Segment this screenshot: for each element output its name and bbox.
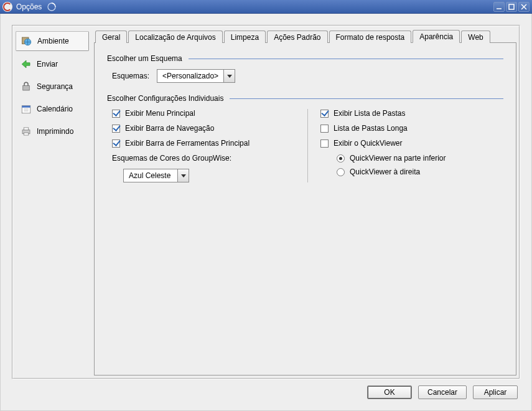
checkbox-icon xyxy=(320,139,329,148)
globe-box-icon xyxy=(21,35,32,47)
chevron-down-icon xyxy=(177,169,189,182)
cancel-button[interactable]: Cancelar xyxy=(418,385,467,399)
sidebar-item-imprimindo[interactable]: Imprimindo xyxy=(16,122,89,141)
close-button[interactable] xyxy=(518,2,530,12)
color-scheme-combo[interactable]: Azul Celeste xyxy=(123,169,189,182)
checkbox-lista-pastas-longa[interactable]: Lista de Pastas Longa xyxy=(320,124,503,133)
checkbox-exibir-lista-pastas[interactable]: Exibir Lista de Pastas xyxy=(320,109,503,118)
tab-label: Localização de Arquivos xyxy=(135,33,215,42)
button-label: Aplicar xyxy=(484,388,507,397)
color-scheme-label: Esquemas de Cores do GroupWise: xyxy=(112,154,295,163)
sidebar-item-seguranca[interactable]: Segurança xyxy=(16,77,89,96)
tab-label: Formato de resposta xyxy=(336,33,405,42)
maximize-button[interactable] xyxy=(506,2,517,12)
vertical-divider xyxy=(307,109,308,182)
checkbox-exibir-barra-navegacao[interactable]: Exibir Barra de Navegação xyxy=(112,124,295,133)
dialog-footer: OK Cancelar Aplicar xyxy=(12,379,520,399)
svg-rect-9 xyxy=(22,106,30,108)
radio-label: QuickViewer na parte inferior xyxy=(350,154,446,163)
tab-formato-resposta[interactable]: Formato de resposta xyxy=(329,31,412,43)
window-title: Opções xyxy=(16,2,42,11)
svg-rect-2 xyxy=(509,4,514,9)
sidebar-item-enviar[interactable]: Enviar xyxy=(16,55,89,73)
scheme-label: Esquemas: xyxy=(112,72,149,80)
checkbox-icon xyxy=(112,110,120,118)
checkbox-exibir-quickviewer[interactable]: Exibir o QuickViewer xyxy=(320,139,503,148)
checkbox-label: Exibir Barra de Navegação xyxy=(125,124,214,133)
apply-button[interactable]: Aplicar xyxy=(473,385,518,399)
tab-panel: Geral Localização de Arquivos Limpeza Aç… xyxy=(94,29,516,376)
sidebar-item-label: Segurança xyxy=(37,82,73,91)
sidebar-item-label: Imprimindo xyxy=(37,127,73,136)
sidebar-item-ambiente[interactable]: Ambiente xyxy=(16,31,89,51)
tab-label: Geral xyxy=(102,33,120,42)
checkbox-label: Lista de Pastas Longa xyxy=(334,124,408,133)
tab-geral[interactable]: Geral xyxy=(95,31,127,43)
svg-rect-13 xyxy=(24,128,29,130)
sidebar-item-label: Enviar xyxy=(37,60,58,68)
tab-label: Limpeza xyxy=(231,33,259,42)
radio-quickviewer-inferior[interactable]: QuickViewer na parte inferior xyxy=(337,154,503,163)
group-title: Escolher um Esquema xyxy=(107,54,182,63)
sidebar-item-label: Calendário xyxy=(37,105,73,113)
tab-label: Aparência xyxy=(419,32,453,41)
tab-label: Ações Padrão xyxy=(274,33,320,42)
window-body: Ambiente Enviar Segurança Calendário xyxy=(0,14,532,411)
group-escolher-esquema: Escolher um Esquema Esquemas: <Personali… xyxy=(107,54,503,83)
printer-icon xyxy=(21,126,32,137)
tab-localizacao-arquivos[interactable]: Localização de Arquivos xyxy=(128,31,222,43)
checkbox-label: Exibir o QuickViewer xyxy=(334,139,402,148)
minimize-button[interactable] xyxy=(493,2,505,12)
svg-rect-7 xyxy=(23,86,30,91)
group-title: Escolher Configurações Individuais xyxy=(107,94,223,103)
tab-label: Web xyxy=(468,33,483,42)
checkbox-icon xyxy=(112,139,120,148)
button-label: OK xyxy=(384,388,394,397)
checkbox-exibir-barra-ferramentas[interactable]: Exibir Barra de Ferramentas Principal xyxy=(112,139,295,148)
tab-acoes-padrao[interactable]: Ações Padrão xyxy=(267,31,327,43)
sidebar-item-calendario[interactable]: Calendário xyxy=(16,100,89,118)
radio-label: QuickViewer à direita xyxy=(350,168,420,176)
main-frame: Ambiente Enviar Segurança Calendário xyxy=(12,25,520,379)
tab-web[interactable]: Web xyxy=(461,31,490,43)
titlebar: Opções xyxy=(0,0,532,14)
tabbar: Geral Localização de Arquivos Limpeza Aç… xyxy=(95,29,516,42)
send-icon xyxy=(21,59,32,70)
sidebar-item-label: Ambiente xyxy=(37,37,69,45)
checkbox-icon xyxy=(112,125,120,133)
options-left-column: Exibir Menu Principal Exibir Barra de Na… xyxy=(112,109,295,182)
checkbox-icon xyxy=(320,110,329,118)
tab-limpeza[interactable]: Limpeza xyxy=(224,31,266,43)
sidebar: Ambiente Enviar Segurança Calendário xyxy=(16,29,89,376)
lock-icon xyxy=(21,81,32,92)
group-rule xyxy=(189,59,503,59)
svg-rect-14 xyxy=(24,133,29,135)
scheme-combo[interactable]: <Personalizado> xyxy=(157,69,235,83)
checkbox-exibir-menu-principal[interactable]: Exibir Menu Principal xyxy=(112,109,295,118)
button-label: Cancelar xyxy=(427,388,457,397)
checkbox-label: Exibir Barra de Ferramentas Principal xyxy=(125,139,250,148)
swirl-icon xyxy=(47,2,57,12)
radio-icon xyxy=(337,154,345,163)
scheme-combo-value: <Personalizado> xyxy=(157,70,223,82)
checkbox-label: Exibir Menu Principal xyxy=(125,109,195,118)
app-icon xyxy=(2,2,12,12)
tab-aparencia[interactable]: Aparência xyxy=(413,30,460,43)
radio-quickviewer-direita[interactable]: QuickViewer à direita xyxy=(337,168,503,176)
group-config-individuais: Escolher Configurações Individuais Exibi… xyxy=(107,94,503,182)
options-right-column: Exibir Lista de Pastas Lista de Pastas L… xyxy=(320,109,503,182)
calendar-icon xyxy=(21,103,32,115)
chevron-down-icon xyxy=(223,70,235,82)
checkbox-label: Exibir Lista de Pastas xyxy=(334,109,405,118)
group-rule xyxy=(230,98,503,99)
color-scheme-value: Azul Celeste xyxy=(124,169,177,182)
checkbox-icon xyxy=(320,125,329,133)
tab-content-aparencia: Escolher um Esquema Esquemas: <Personali… xyxy=(94,42,516,376)
ok-button[interactable]: OK xyxy=(367,385,412,399)
radio-icon xyxy=(337,168,345,176)
